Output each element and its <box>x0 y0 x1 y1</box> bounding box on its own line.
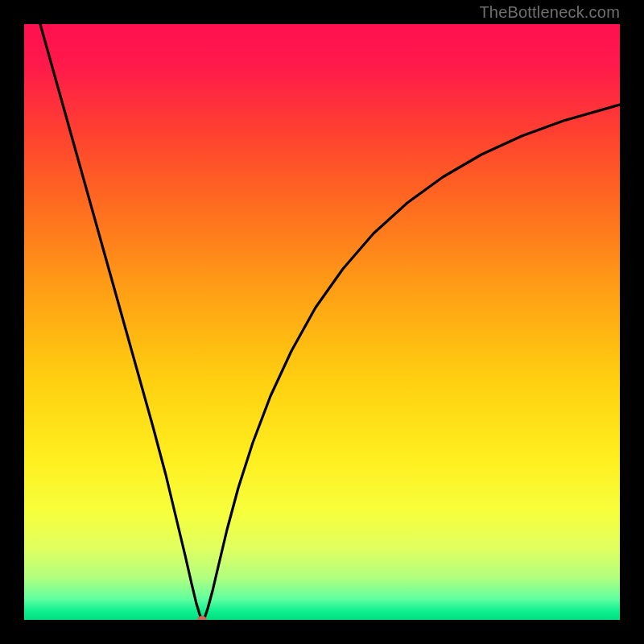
bottleneck-curve <box>40 24 620 620</box>
plot-area <box>24 24 620 620</box>
chart-stage: TheBottleneck.com <box>0 0 644 644</box>
curve-layer <box>24 24 620 620</box>
watermark-text: TheBottleneck.com <box>479 3 620 22</box>
